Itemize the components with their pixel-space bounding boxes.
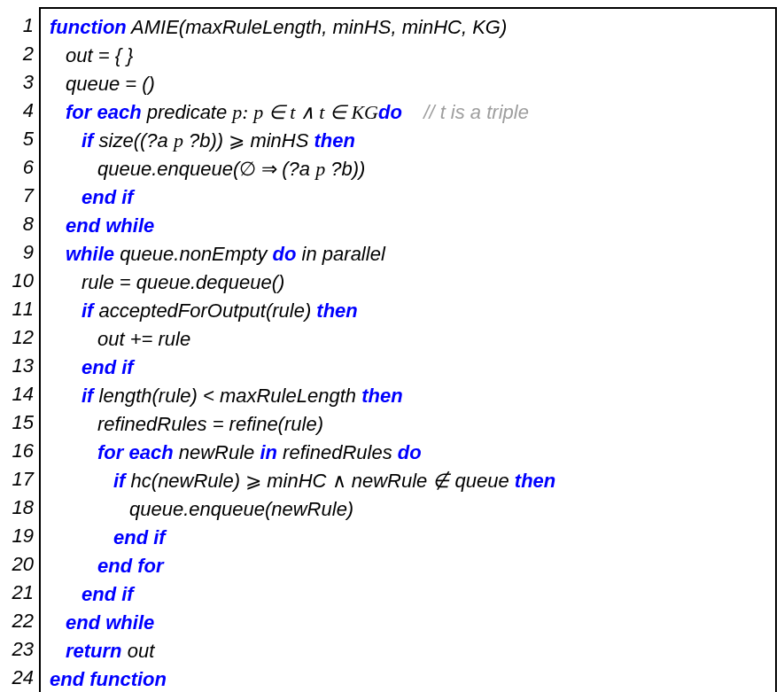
text-notin: newRule ∉ queue (346, 470, 515, 492)
keyword-function: function (50, 16, 127, 38)
text-minhc: minHC (261, 470, 331, 492)
line-number: 13 (7, 352, 34, 380)
line-number: 14 (7, 380, 34, 408)
ge-icon: ⩾ (245, 470, 261, 492)
code-line: end while (50, 609, 766, 637)
keyword-endif: end if (82, 583, 134, 605)
keyword-then: then (316, 299, 357, 322)
code-line: end if (50, 183, 766, 212)
for-condition: : p ∈ t ∧ t ∈ KG (242, 98, 378, 127)
code-line: end for (50, 552, 766, 580)
keyword-do: do (273, 243, 297, 265)
code-line: rule = queue.dequeue() (50, 268, 766, 297)
line-number: 16 (7, 437, 34, 465)
code-line: end function (50, 665, 766, 692)
line-number: 7 (7, 182, 34, 210)
stmt-dequeue: rule = queue.dequeue() (82, 271, 284, 293)
keyword-in: in (260, 441, 277, 463)
line-number: 18 (7, 494, 34, 522)
line-number: 4 (7, 97, 34, 125)
ge-icon: ⩾ (229, 129, 245, 152)
implies-icon: ⇒ (256, 158, 282, 180)
line-number: 1 (7, 12, 34, 40)
text-enqueue: queue.enqueue( (97, 158, 239, 180)
line-number: 20 (7, 550, 34, 579)
code-line: if size((?a p ?b)) ⩾ minHS then (50, 127, 766, 155)
code-line: end if (50, 580, 766, 609)
line-number: 24 (7, 664, 34, 692)
code-line: for each newRule in refinedRules do (50, 439, 766, 467)
keyword-endif: end if (113, 526, 166, 548)
var-p: p (315, 155, 325, 183)
code-line: refinedRules = refine(rule) (50, 410, 766, 439)
var-p: p (174, 127, 183, 155)
text-minhs: minHS (245, 129, 314, 152)
keyword-then: then (314, 129, 355, 152)
and-icon: ∧ (332, 470, 346, 492)
code-line: if acceptedForOutput(rule) then (50, 297, 766, 325)
text-len-cond: length(rule) < maxRuleLength (93, 385, 361, 407)
keyword-endfor: end for (97, 555, 164, 577)
line-number: 5 (7, 125, 34, 153)
code-line: out += rule (50, 325, 766, 354)
line-number: 2 (7, 40, 34, 68)
text-accepted: acceptedForOutput(rule) (93, 299, 316, 322)
code-line: while queue.nonEmpty do in parallel (50, 240, 766, 268)
keyword-endif: end if (82, 356, 134, 378)
line-number: 8 (7, 210, 34, 238)
code-line: end if (50, 524, 766, 552)
keyword-then: then (515, 470, 555, 492)
keyword-while: while (66, 243, 114, 265)
keyword-do: do (378, 101, 402, 123)
while-condition: queue.nonEmpty (114, 243, 273, 265)
code-line: return out (50, 637, 766, 665)
code-line: if length(rule) < maxRuleLength then (50, 382, 766, 410)
fn-signature: AMIE(maxRuleLength, minHS, minHC, KG) (127, 16, 508, 38)
text-refinedrules: refinedRules (277, 441, 398, 463)
keyword-if: if (82, 385, 93, 407)
line-number: 10 (7, 267, 34, 295)
keyword-if: if (82, 129, 93, 152)
keyword-if: if (113, 470, 125, 492)
line-number: 21 (7, 579, 34, 607)
keyword-endif: end if (82, 186, 134, 208)
code-line: end if (50, 354, 766, 382)
code-line: out = { } (50, 42, 766, 70)
code-column: function AMIE(maxRuleLength, minHS, minH… (39, 7, 777, 692)
line-number: 17 (7, 465, 34, 494)
stmt-enqueue-newrule: queue.enqueue(newRule) (129, 498, 353, 520)
emptyset-icon: ∅ (239, 158, 256, 180)
code-line: queue.enqueue(∅ ⇒ (?a p ?b)) (50, 155, 766, 183)
line-number: 9 (7, 238, 34, 267)
code-line: function AMIE(maxRuleLength, minHS, minH… (50, 13, 766, 42)
line-number: 3 (7, 68, 34, 97)
comment-triple: // t is a triple (423, 101, 529, 123)
line-number-column: 1 2 3 4 5 6 7 8 9 10 11 12 13 14 15 16 1… (7, 7, 39, 692)
stmt-refine: refinedRules = refine(rule) (97, 413, 323, 435)
code-line: if hc(newRule) ⩾ minHC ∧ newRule ∉ queue… (50, 467, 766, 495)
line-number: 23 (7, 635, 34, 664)
line-number: 11 (7, 295, 34, 323)
text-return-out: out (122, 640, 155, 662)
keyword-endwhile: end while (66, 214, 154, 237)
text-size-close: ?b)) (183, 129, 229, 152)
keyword-endfunction: end function (50, 668, 167, 690)
text-in-parallel: in parallel (296, 243, 384, 265)
keyword-foreach: for each (66, 101, 142, 123)
code-line: queue = () (50, 70, 766, 98)
keyword-endwhile: end while (66, 611, 154, 634)
line-number: 6 (7, 153, 34, 182)
var-p: p (232, 98, 242, 127)
stmt-out-add: out += rule (97, 328, 190, 350)
line-number: 22 (7, 607, 34, 635)
code-line: for each predicate p : p ∈ t ∧ t ∈ KG do… (50, 98, 766, 127)
keyword-foreach: for each (97, 441, 174, 463)
algorithm-box: 1 2 3 4 5 6 7 8 9 10 11 12 13 14 15 16 1… (7, 7, 777, 692)
text-enqueue-b: (?a (282, 158, 315, 180)
stmt-queue-init: queue = () (66, 73, 155, 95)
text-newrule: newRule (174, 441, 260, 463)
line-number: 19 (7, 522, 34, 550)
text-predicate: predicate (142, 101, 233, 123)
keyword-return: return (66, 640, 122, 662)
keyword-if: if (82, 299, 93, 322)
